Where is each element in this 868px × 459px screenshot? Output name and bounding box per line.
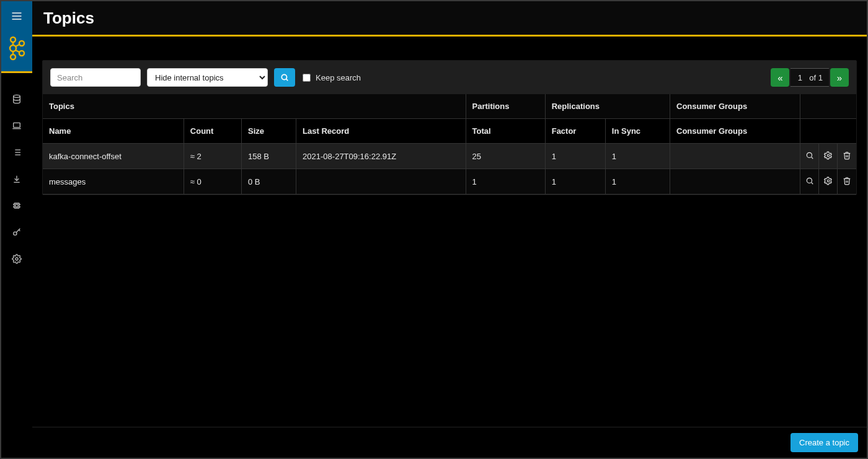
- svg-line-31: [286, 79, 288, 81]
- th-factor[interactable]: Factor: [545, 119, 605, 144]
- nav-item-1[interactable]: [1, 85, 32, 112]
- th-group-partitions: Partitions: [466, 94, 545, 119]
- kafka-logo-icon: [7, 36, 26, 61]
- svg-line-33: [812, 157, 813, 159]
- pager-current: 1: [797, 73, 803, 82]
- topic-filter-select[interactable]: Hide internal topics: [147, 68, 268, 87]
- cell-factor: 1: [545, 144, 605, 169]
- th-group-cg: Consumer Groups: [670, 94, 800, 119]
- cell-name: messages: [43, 169, 184, 195]
- search-icon: [805, 177, 814, 187]
- svg-point-29: [16, 258, 18, 260]
- page-header: Topics: [32, 1, 867, 37]
- gear-icon: [12, 254, 22, 264]
- svg-point-30: [281, 74, 286, 79]
- table-row[interactable]: kafka-connect-offset≈ 2158 B2021-08-27T0…: [43, 144, 856, 169]
- svg-point-5: [11, 55, 16, 59]
- chip-icon: [12, 201, 22, 211]
- cell-last: [296, 169, 466, 195]
- nav-item-2[interactable]: [1, 112, 32, 139]
- cell-total: 1: [466, 169, 545, 195]
- cell-size: 158 B: [241, 144, 296, 169]
- th-group-topics: Topics: [43, 94, 466, 119]
- svg-line-10: [16, 45, 19, 46]
- row-view-button[interactable]: [800, 144, 818, 168]
- th-last[interactable]: Last Record: [296, 119, 466, 144]
- topics-panel: Hide internal topics Keep search « 1: [42, 60, 857, 195]
- nav-item-4[interactable]: [1, 165, 32, 192]
- th-count[interactable]: Count: [184, 119, 241, 144]
- hamburger-icon: [11, 10, 23, 22]
- th-cg[interactable]: Consumer Groups: [670, 119, 800, 144]
- pager-status: 1 of 1: [790, 68, 829, 87]
- download-icon: [12, 174, 22, 184]
- main-area: Topics Hide internal topics Keep search: [32, 1, 867, 458]
- cell-name: kafka-connect-offset: [43, 144, 184, 169]
- nav-item-7[interactable]: [1, 245, 32, 272]
- nav-item-6[interactable]: [1, 219, 32, 245]
- sidebar-nav: [1, 85, 32, 272]
- cell-count: ≈ 2: [184, 144, 241, 169]
- gear-icon: [824, 151, 833, 162]
- page-footer: Create a topic: [32, 427, 867, 458]
- topics-table: Topics Partitions Replications Consumer …: [43, 94, 856, 195]
- gear-icon: [824, 177, 833, 187]
- cell-size: 0 B: [241, 169, 296, 195]
- keep-search-label[interactable]: Keep search: [303, 73, 361, 82]
- svg-rect-22: [14, 203, 19, 208]
- svg-point-34: [827, 154, 830, 157]
- th-group-replications: Replications: [545, 94, 670, 119]
- cell-cg: [670, 144, 800, 169]
- th-sync[interactable]: In Sync: [605, 119, 670, 144]
- svg-point-4: [10, 45, 16, 51]
- create-topic-button[interactable]: Create a topic: [790, 433, 858, 452]
- svg-point-28: [14, 232, 17, 235]
- svg-line-36: [812, 182, 813, 184]
- svg-point-37: [827, 180, 830, 182]
- table-row[interactable]: messages≈ 00 B111: [43, 169, 856, 195]
- svg-point-12: [14, 95, 20, 97]
- svg-line-11: [16, 50, 19, 52]
- nav-item-3[interactable]: [1, 139, 32, 165]
- content: Hide internal topics Keep search « 1: [32, 37, 867, 427]
- th-name[interactable]: Name: [43, 119, 184, 144]
- database-icon: [12, 94, 22, 104]
- row-delete-button[interactable]: [838, 169, 856, 194]
- svg-point-35: [807, 178, 812, 183]
- pager-total: of 1: [809, 73, 823, 82]
- cell-cg: [670, 169, 800, 195]
- cell-count: ≈ 0: [184, 169, 241, 195]
- cell-total: 25: [466, 144, 545, 169]
- pager-next[interactable]: »: [830, 68, 849, 87]
- sidebar: [1, 1, 32, 458]
- toolbar: Hide internal topics Keep search « 1: [43, 61, 856, 94]
- svg-rect-23: [16, 204, 18, 207]
- laptop-icon: [12, 121, 22, 131]
- cell-sync: 1: [605, 144, 670, 169]
- svg-point-6: [19, 41, 24, 46]
- row-view-button[interactable]: [800, 169, 818, 194]
- keep-search-checkbox[interactable]: [303, 74, 311, 82]
- cell-last: 2021-08-27T09:16:22.91Z: [296, 144, 466, 169]
- key-icon: [12, 227, 22, 237]
- cell-sync: 1: [605, 169, 670, 195]
- row-settings-button[interactable]: [819, 144, 837, 168]
- app-logo: [1, 31, 32, 65]
- sidebar-top: [1, 1, 32, 73]
- search-button[interactable]: [274, 68, 295, 87]
- list-icon: [12, 147, 22, 157]
- th-size[interactable]: Size: [241, 119, 296, 144]
- search-input[interactable]: [50, 68, 141, 87]
- trash-icon: [843, 151, 851, 162]
- page-title: Topics: [43, 9, 94, 28]
- svg-point-7: [19, 51, 24, 56]
- row-settings-button[interactable]: [819, 169, 837, 194]
- th-group-actions: [800, 94, 856, 119]
- row-delete-button[interactable]: [838, 144, 856, 168]
- th-total[interactable]: Total: [466, 119, 545, 144]
- pager-prev[interactable]: «: [771, 68, 789, 87]
- keep-search-text: Keep search: [316, 73, 361, 82]
- nav-item-5[interactable]: [1, 192, 32, 219]
- search-icon: [280, 73, 289, 82]
- menu-toggle[interactable]: [1, 1, 32, 31]
